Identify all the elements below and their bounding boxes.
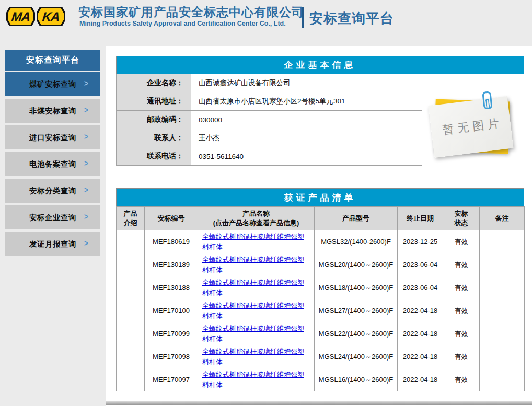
product-row: MEF170097 全螺纹式树脂锚杆玻璃纤维增强塑料杆体 MGSL16/(140… xyxy=(117,368,525,391)
remark-cell xyxy=(480,253,525,276)
product-intro-cell xyxy=(117,322,145,345)
end-date-cell: 2023-06-04 xyxy=(398,253,443,276)
certified-products-section: 获证产品清单 产品介绍 安标编号 产品名称(点击产品名称查看产品信息) 产品型号… xyxy=(116,188,524,391)
logo-badge-ka-text: KA xyxy=(42,9,61,24)
logo-badge-ma-icon: MA xyxy=(6,7,35,26)
remark-cell xyxy=(480,322,525,345)
chevron-right-icon: > xyxy=(84,132,88,142)
end-date-cell: 2022-04-18 xyxy=(398,322,443,345)
remark-cell xyxy=(480,230,525,253)
info-label: 邮政编码： xyxy=(117,111,191,129)
model-cell: MGSL27/(1400～2600)F xyxy=(315,299,398,322)
sidebar-item-label: 进口安标查询 xyxy=(29,133,76,143)
col-header-end-date: 终止日期 xyxy=(398,207,443,230)
model-cell: MGSL32/(1400-2600)F xyxy=(315,230,398,253)
product-name-link[interactable]: 全螺纹式树脂锚杆玻璃纤维增强塑料杆体 xyxy=(202,233,304,251)
status-cell: 有效 xyxy=(443,276,480,299)
product-intro-cell xyxy=(117,253,145,276)
cert-no-cell: MEF170099 xyxy=(145,322,198,345)
model-cell: MGSL18/(1400～2600)F xyxy=(315,276,398,299)
platform-title: 安标查询平台 xyxy=(309,9,394,28)
top-header: MA KA 安标国家矿用产品安全标志中心有限公司 Mining Products… xyxy=(0,0,532,46)
company-info-table: 企业名称： 山西诚鑫达矿山设备有限公司 通讯地址： 山西省太原市小店区巩家堡小区… xyxy=(116,74,422,166)
info-label: 联系电话： xyxy=(117,147,191,166)
sidebar-item-label: 煤矿安标查询 xyxy=(29,79,76,89)
sidebar-item-label: 非煤安标查询 xyxy=(29,106,76,116)
end-date-cell: 2023-12-25 xyxy=(398,230,443,253)
chevron-right-icon: > xyxy=(84,105,88,115)
product-name-link[interactable]: 全螺纹式树脂锚杆玻璃纤维增强塑料杆体 xyxy=(202,370,304,389)
info-label: 企业名称： xyxy=(117,74,191,92)
sidebar-item-classification-query[interactable]: 安标分类查询 > xyxy=(5,179,100,203)
company-photo-box: 暂无图片 xyxy=(422,74,524,180)
col-header-cert-no: 安标编号 xyxy=(145,207,198,230)
product-intro-cell xyxy=(117,345,145,368)
end-date-cell: 2023-06-04 xyxy=(398,276,443,299)
product-row: MEF130188 全螺纹式树脂锚杆玻璃纤维增强塑料杆体 MGSL18/(140… xyxy=(117,276,525,299)
info-row: 通讯地址： 山西省太原市小店区巩家堡小区2号楼5单元301 xyxy=(117,92,422,111)
product-name-link[interactable]: 全螺纹式树脂锚杆玻璃纤维增强塑料杆体 xyxy=(202,256,304,274)
sidebar-item-coal-mine-query[interactable]: 煤矿安标查询 > xyxy=(5,72,100,96)
products-table: 产品介绍 安标编号 产品名称(点击产品名称查看产品信息) 产品型号 终止日期 安… xyxy=(116,206,525,391)
address-value: 山西省太原市小店区巩家堡小区2号楼5单元301 xyxy=(191,92,422,111)
sidebar-item-non-coal-query[interactable]: 非煤安标查询 > xyxy=(5,99,100,123)
sidebar-item-label: 电池备案查询 xyxy=(29,159,76,169)
sidebar-item-label: 安标企业查询 xyxy=(29,213,76,223)
product-name-link[interactable]: 全螺纹式树脂锚杆玻璃纤维增强塑料杆体 xyxy=(202,301,304,320)
product-name-link[interactable]: 全螺纹式树脂锚杆玻璃纤维增强塑料杆体 xyxy=(202,324,304,343)
company-info-title: 企业基本信息 xyxy=(116,56,524,74)
product-intro-cell xyxy=(117,230,145,253)
product-name-link[interactable]: 全螺纹式树脂锚杆玻璃纤维增强塑料杆体 xyxy=(202,347,304,366)
sidebar-item-enterprise-query[interactable]: 安标企业查询 > xyxy=(5,205,100,229)
sidebar-item-monthly-report-query[interactable]: 发证月报查询 > xyxy=(5,232,100,256)
status-cell: 有效 xyxy=(443,230,480,253)
paperclip-icon xyxy=(482,91,492,110)
cert-no-cell: MEF170097 xyxy=(145,368,198,391)
sidebar-nav: 安标查询平台 煤矿安标查询 > 非煤安标查询 > 进口安标查询 > 电池备案查询… xyxy=(5,50,100,259)
info-row: 邮政编码： 030000 xyxy=(117,111,422,129)
model-cell: MGSL16/(1400～2600)F xyxy=(315,368,398,391)
product-intro-cell xyxy=(117,299,145,322)
logo-badge-ma-text: MA xyxy=(10,9,30,24)
chevron-right-icon: > xyxy=(84,158,88,169)
phone-value: 0351-5611640 xyxy=(191,147,422,166)
header-divider xyxy=(302,7,304,28)
sidebar-item-battery-record-query[interactable]: 电池备案查询 > xyxy=(5,152,100,176)
product-row: MEF170099 全螺纹式树脂锚杆玻璃纤维增强塑料杆体 MGSL22/(140… xyxy=(117,322,525,345)
product-intro-cell xyxy=(117,368,145,391)
product-name-link[interactable]: 全螺纹式树脂锚杆玻璃纤维增强塑料杆体 xyxy=(202,279,304,297)
end-date-cell: 2022-04-18 xyxy=(398,368,443,391)
company-info-section: 企业基本信息 企业名称： 山西诚鑫达矿山设备有限公司 通讯地址： 山西省太原市小… xyxy=(116,56,524,166)
chevron-right-icon: > xyxy=(84,78,88,89)
panel-bottom-shadow xyxy=(106,401,532,405)
info-row: 企业名称： 山西诚鑫达矿山设备有限公司 xyxy=(117,74,422,92)
info-label: 联系人： xyxy=(117,129,191,147)
model-cell: MGSL20/(1400～2600)F xyxy=(315,253,398,276)
status-cell: 有效 xyxy=(443,322,480,345)
org-name: 安标国家矿用产品安全标志中心有限公司 xyxy=(78,4,304,20)
col-header-remark: 备注 xyxy=(480,207,525,230)
end-date-cell: 2022-04-18 xyxy=(398,299,443,322)
sidebar-title: 安标查询平台 xyxy=(5,50,100,71)
maka-logo: MA KA xyxy=(6,7,65,26)
cert-no-cell: MEF170098 xyxy=(145,345,198,368)
chevron-right-icon: > xyxy=(84,212,88,222)
sidebar-item-import-query[interactable]: 进口安标查询 > xyxy=(5,125,100,149)
cert-no-cell: MEF130188 xyxy=(145,276,198,299)
products-header-row: 产品介绍 安标编号 产品名称(点击产品名称查看产品信息) 产品型号 终止日期 安… xyxy=(117,207,525,230)
no-image-text: 暂无图片 xyxy=(438,115,504,139)
col-header-product-name: 产品名称(点击产品名称查看产品信息) xyxy=(198,207,315,230)
end-date-cell: 2022-04-18 xyxy=(398,345,443,368)
sidebar-item-label: 安标分类查询 xyxy=(29,186,76,196)
chevron-right-icon: > xyxy=(84,185,88,195)
products-title: 获证产品清单 xyxy=(116,188,524,206)
model-cell: MGSL22/(1400～2600)F xyxy=(315,322,398,345)
info-row: 联系电话： 0351-5611640 xyxy=(117,147,422,166)
status-cell: 有效 xyxy=(443,368,480,391)
no-image-placeholder: 暂无图片 xyxy=(431,98,515,156)
cert-no-cell: MEF180619 xyxy=(145,230,198,253)
status-cell: 有效 xyxy=(443,345,480,368)
chevron-right-icon: > xyxy=(84,238,88,249)
logo-badge-ka-icon: KA xyxy=(37,7,65,26)
info-label: 通讯地址： xyxy=(117,92,191,111)
